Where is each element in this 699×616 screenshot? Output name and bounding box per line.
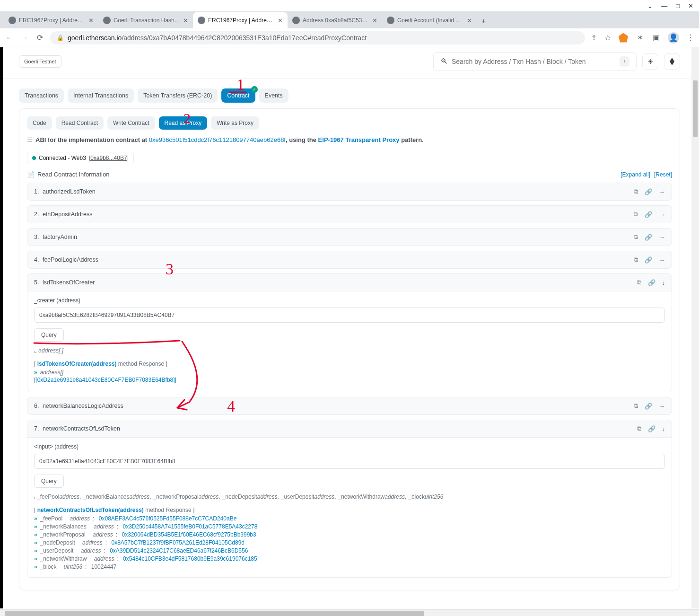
window-close-icon[interactable]: ✕ bbox=[688, 2, 693, 9]
connected-address-link[interactable]: [0xa9b8...40B7] bbox=[89, 155, 129, 161]
expand-arrow-icon[interactable]: → bbox=[659, 256, 665, 264]
window-minimize-icon[interactable]: — bbox=[661, 2, 667, 9]
tab-internal-transactions[interactable]: Internal Transactions bbox=[68, 88, 134, 103]
web3-connection-pill[interactable]: Connected - Web3 [0xa9b8...40B7] bbox=[27, 152, 134, 164]
collapse-arrow-icon[interactable]: ↓ bbox=[662, 279, 665, 286]
permalink-icon[interactable]: 🔗 bbox=[648, 425, 655, 432]
permalink-icon[interactable]: 🔗 bbox=[648, 279, 655, 286]
browser-tab-active[interactable]: ERC1967Proxy | Address 0xa7…✕ bbox=[193, 12, 288, 28]
collapse-arrow-icon[interactable]: ↓ bbox=[662, 425, 665, 432]
copy-icon[interactable]: ⧉ bbox=[634, 256, 638, 264]
function-header[interactable]: 3. factoryAdmin ⧉🔗→ bbox=[27, 229, 672, 246]
result-address-link[interactable]: 0x08AEF3AC4c576f0525Fd55F088e7cC7CAD240a… bbox=[99, 515, 237, 522]
metamask-icon[interactable] bbox=[619, 33, 628, 43]
response-header: [ lsdTokensOfCreater(address) method Res… bbox=[34, 361, 665, 367]
browser-tab[interactable]: ERC1967Proxy | Address 0x…✕ bbox=[4, 12, 98, 28]
extensions-icon[interactable]: ✶ bbox=[636, 33, 644, 42]
favicon-icon bbox=[103, 17, 111, 24]
result-address-link[interactable]: 0xA39DD514c2324C17C68aeED46a67f246BcB6D5… bbox=[110, 547, 248, 554]
tab-close-icon[interactable]: ✕ bbox=[372, 17, 377, 24]
share-icon[interactable]: ⇪ bbox=[591, 33, 597, 42]
tab-close-icon[interactable]: ✕ bbox=[278, 17, 283, 24]
function-header[interactable]: 6. networkBalancesLogicAddress ⧉🔗→ bbox=[27, 397, 672, 414]
chain-selector-button[interactable] bbox=[664, 53, 680, 70]
result-address-link[interactable]: 0x3D250c4458A741555feB0F01aC5778E5A43c22… bbox=[122, 523, 257, 530]
window-dropdown-icon[interactable]: ⌄ bbox=[647, 2, 653, 9]
response-address-link[interactable]: [[0xD2a1e6931e8a41043cE80C4F7EB0F7083E64… bbox=[34, 377, 176, 383]
subtab-read-as-proxy[interactable]: Read as Proxy bbox=[159, 116, 208, 130]
contract-sub-tab-row: Code Read Contract Write Contract Read a… bbox=[27, 116, 672, 130]
reset-link[interactable]: [Reset] bbox=[654, 171, 672, 178]
proxy-pattern-link[interactable]: EIP-1967 Transparent Proxy bbox=[318, 136, 400, 143]
permalink-icon[interactable]: 🔗 bbox=[645, 234, 652, 241]
function-item: 1. authorizedLsdToken ⧉🔗→ bbox=[27, 183, 672, 201]
new-tab-button[interactable]: + bbox=[477, 14, 490, 28]
copy-icon[interactable]: ⧉ bbox=[634, 402, 638, 410]
subtab-code[interactable]: Code bbox=[27, 116, 52, 130]
search-input[interactable] bbox=[452, 58, 620, 65]
tab-contract[interactable]: Contract bbox=[221, 88, 255, 103]
tab-close-icon[interactable]: ✕ bbox=[183, 17, 188, 24]
function-header[interactable]: 5. lsdTokensOfCreater ⧉🔗↓ bbox=[27, 274, 672, 291]
browser-tab[interactable]: Goerli Transaction Hash (Txha…✕ bbox=[98, 12, 193, 28]
expand-arrow-icon[interactable]: → bbox=[659, 403, 665, 410]
expand-arrow-icon[interactable]: → bbox=[659, 234, 665, 241]
theme-toggle-button[interactable]: ☀ bbox=[642, 53, 658, 70]
tab-transactions[interactable]: Transactions bbox=[19, 88, 64, 103]
tab-token-transfers[interactable]: Token Transfers (ERC-20) bbox=[138, 88, 218, 103]
result-name: _feePool bbox=[40, 515, 62, 522]
subtab-write-contract[interactable]: Write Contract bbox=[107, 116, 155, 130]
expand-arrow-icon[interactable]: → bbox=[659, 188, 665, 195]
expand-all-link[interactable]: [Expand all] bbox=[620, 171, 650, 178]
horizontal-scrollbar[interactable] bbox=[0, 609, 699, 616]
result-address-link[interactable]: 0x8A57bC7fB1237f9fBF075A261Ed28F04105Cd8… bbox=[111, 539, 245, 546]
query-button[interactable]: Query bbox=[34, 328, 64, 342]
permalink-icon[interactable]: 🔗 bbox=[645, 403, 652, 410]
copy-icon[interactable]: ⧉ bbox=[634, 211, 638, 218]
function-header[interactable]: 4. feePoolLogicAddress ⧉🔗→ bbox=[27, 251, 672, 268]
menu-kebab-icon[interactable]: ⋮ bbox=[687, 33, 694, 42]
profile-avatar-icon[interactable]: 👤 bbox=[668, 32, 679, 44]
copy-icon[interactable]: ⧉ bbox=[637, 425, 641, 432]
bookmark-star-icon[interactable]: ☆ bbox=[604, 33, 611, 42]
subtab-write-as-proxy[interactable]: Write as Proxy bbox=[211, 116, 259, 130]
function-header[interactable]: 7. networkContractsOfLsdToken ⧉🔗↓ bbox=[27, 420, 672, 437]
permalink-icon[interactable]: 🔗 bbox=[645, 211, 652, 218]
permalink-icon[interactable]: 🔗 bbox=[645, 256, 652, 264]
func-name: authorizedLsdToken bbox=[43, 188, 96, 195]
nav-forward-icon[interactable]: → bbox=[20, 34, 29, 42]
param-input[interactable] bbox=[34, 308, 665, 323]
copy-icon[interactable]: ⧉ bbox=[637, 279, 641, 286]
tab-events[interactable]: Events bbox=[259, 88, 288, 103]
expand-arrow-icon[interactable]: → bbox=[659, 211, 665, 218]
network-badge[interactable]: Goerli Testnet bbox=[19, 55, 61, 68]
tab-close-icon[interactable]: ✕ bbox=[467, 17, 472, 24]
main-tab-row: Transactions Internal Transactions Token… bbox=[19, 88, 680, 103]
copy-icon[interactable]: ⧉ bbox=[634, 233, 638, 241]
implementation-link[interactable]: 0xe936c501f51cddc2f76c11218097740aeb62e6… bbox=[149, 136, 286, 143]
param-input[interactable] bbox=[34, 454, 665, 469]
vertical-scrollbar[interactable] bbox=[691, 47, 699, 608]
result-address-link[interactable]: 0x5484c10CFB3e4dF5817680b9E9a39c619076c1… bbox=[123, 555, 257, 562]
permalink-icon[interactable]: 🔗 bbox=[645, 188, 652, 195]
browser-tab[interactable]: Address 0xa9b8af5C53E6282f…✕ bbox=[288, 12, 382, 28]
address-bar[interactable]: 🔒 goerli.etherscan.io/address/0xa7bA0478… bbox=[50, 31, 585, 44]
subtab-read-contract[interactable]: Read Contract bbox=[56, 116, 104, 130]
response-method-name: networkContractsOfLsdToken(address) bbox=[37, 507, 144, 513]
func-name: networkBalancesLogicAddress bbox=[43, 403, 123, 409]
query-button[interactable]: Query bbox=[34, 475, 64, 488]
function-header[interactable]: 2. ethDepositAddress ⧉🔗→ bbox=[27, 206, 672, 223]
side-panel-icon[interactable]: ▣ bbox=[652, 33, 660, 42]
result-address-link[interactable]: 0x320064dBD354B5E1f60E46EC68cf9275bBb399… bbox=[122, 531, 256, 538]
nav-back-icon[interactable]: ← bbox=[5, 34, 14, 42]
search-input-wrap[interactable]: 🔍︎ / bbox=[433, 52, 637, 71]
section-title: 📄 Read Contract Information bbox=[27, 171, 109, 178]
browser-tab[interactable]: Goerli Account (Invalid Addre…✕ bbox=[382, 12, 477, 28]
connected-label: Connected - Web3 bbox=[39, 155, 86, 161]
tab-close-icon[interactable]: ✕ bbox=[88, 17, 94, 24]
nav-reload-icon[interactable]: ⟳ bbox=[35, 33, 44, 42]
copy-icon[interactable]: ⧉ bbox=[634, 188, 638, 195]
window-maximize-icon[interactable]: □ bbox=[676, 2, 680, 9]
function-header[interactable]: 1. authorizedLsdToken ⧉🔗→ bbox=[27, 183, 672, 200]
result-type: address bbox=[94, 523, 114, 530]
